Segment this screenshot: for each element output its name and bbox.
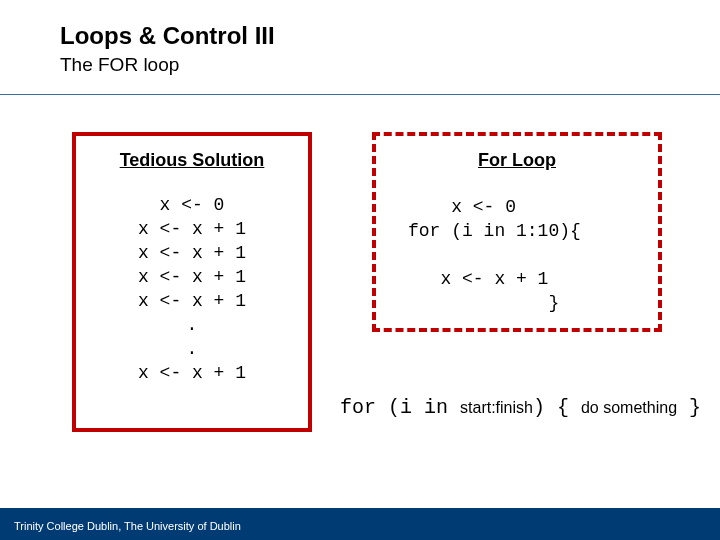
forloop-heading: For Loop <box>376 150 658 171</box>
tedious-solution-box: Tedious Solution x <- 0 x <- x + 1 x <- … <box>72 132 312 432</box>
footer-text: Trinity College Dublin, The University o… <box>14 520 241 532</box>
slide-subtitle: The FOR loop <box>60 54 179 76</box>
slide-root: Loops & Control III The FOR loop Tedious… <box>0 0 720 540</box>
syntax-body: do something <box>581 399 677 416</box>
syntax-prefix: for (i in <box>340 396 460 419</box>
tedious-heading: Tedious Solution <box>76 150 308 171</box>
tedious-codeblock: x <- 0 x <- x + 1 x <- x + 1 x <- x + 1 … <box>76 193 308 385</box>
syntax-close: } <box>677 396 701 419</box>
for-loop-box: For Loop x <- 0 for (i in 1:10){ x <- x … <box>372 132 662 332</box>
title-rule <box>0 94 720 95</box>
for-syntax-line: for (i in start:finish) { do something } <box>340 396 701 419</box>
syntax-range: start:finish <box>460 399 533 416</box>
forloop-codeblock: x <- 0 for (i in 1:10){ x <- x + 1 } <box>376 195 658 315</box>
slide-title: Loops & Control III <box>60 22 275 50</box>
syntax-paren: ) { <box>533 396 581 419</box>
